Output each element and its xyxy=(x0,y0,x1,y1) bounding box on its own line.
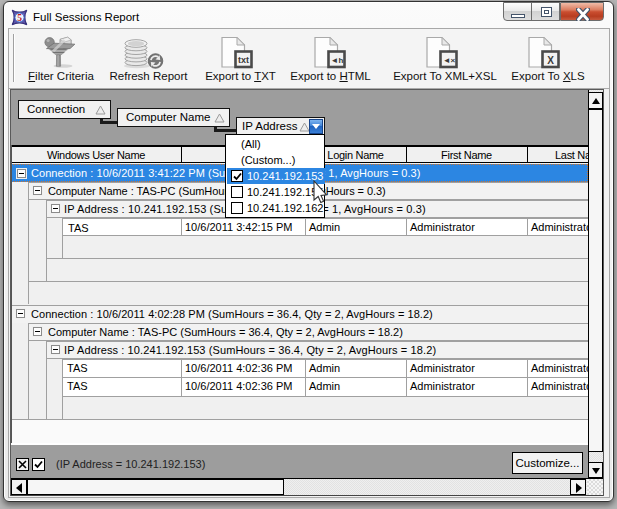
svg-text:txt: txt xyxy=(238,55,249,65)
svg-text:5: 5 xyxy=(17,13,22,23)
svg-text:X: X xyxy=(547,55,554,66)
svg-text:◄h: ◄h xyxy=(331,56,344,65)
svg-text:◄×: ◄× xyxy=(443,56,456,65)
